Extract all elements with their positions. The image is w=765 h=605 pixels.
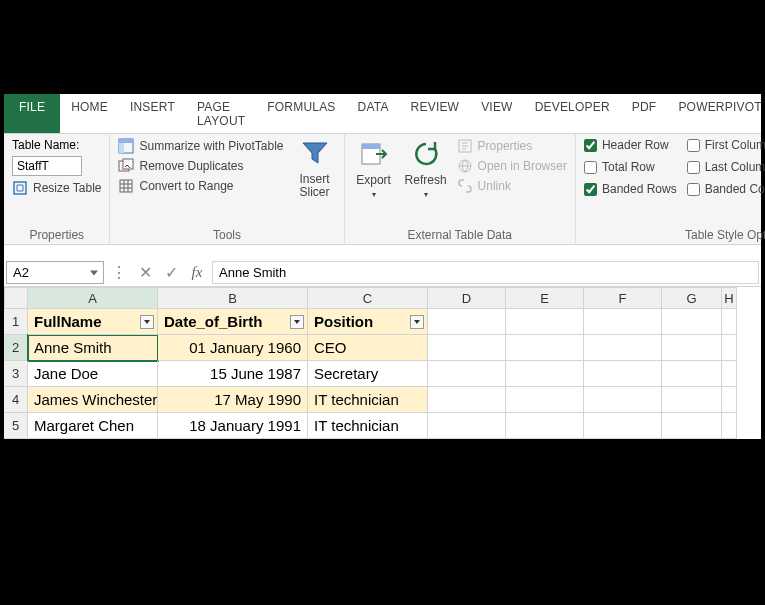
cell-g1[interactable] — [662, 309, 722, 335]
filter-dropdown-icon[interactable] — [290, 315, 304, 329]
cell-e5[interactable] — [506, 413, 584, 439]
resize-table-button[interactable]: Resize Table — [12, 180, 101, 196]
table-name-input[interactable] — [12, 156, 82, 176]
cell-d3[interactable] — [428, 361, 506, 387]
col-header-h[interactable]: H — [722, 287, 737, 309]
tab-home[interactable]: HOME — [60, 94, 119, 133]
name-box[interactable] — [6, 261, 104, 284]
cell-h1[interactable] — [722, 309, 737, 335]
header-row-check[interactable]: Header Row — [584, 138, 677, 152]
tab-powerpivot[interactable]: POWERPIVOT — [667, 94, 765, 133]
tab-insert[interactable]: INSERT — [119, 94, 186, 133]
tab-pdf[interactable]: PDF — [621, 94, 668, 133]
cell-f5[interactable] — [584, 413, 662, 439]
tab-developer[interactable]: DEVELOPER — [524, 94, 621, 133]
cell-e1[interactable] — [506, 309, 584, 335]
col-header-c[interactable]: C — [308, 287, 428, 309]
group-external: Export ▾ Refresh ▾ Properties Open in Br — [345, 134, 576, 244]
cell-a4[interactable]: James Winchester — [28, 387, 158, 413]
slicer-icon — [299, 138, 331, 170]
dedup-icon — [118, 158, 134, 174]
chevron-down-icon: ▾ — [424, 190, 428, 199]
tab-view[interactable]: VIEW — [470, 94, 523, 133]
select-all-corner[interactable] — [4, 287, 28, 309]
insert-function-button[interactable]: fx — [186, 262, 208, 284]
cell-b2[interactable]: 01 January 1960 — [158, 335, 308, 361]
col-header-g[interactable]: G — [662, 287, 722, 309]
filter-dropdown-icon[interactable] — [410, 315, 424, 329]
insert-slicer-button[interactable]: Insert Slicer — [294, 138, 336, 199]
row-header-5[interactable]: 5 — [4, 413, 28, 439]
cell-c3[interactable]: Secretary — [308, 361, 428, 387]
cell-d1[interactable] — [428, 309, 506, 335]
total-row-check[interactable]: Total Row — [584, 160, 677, 174]
export-button[interactable]: Export ▾ — [353, 138, 395, 199]
cell-c4[interactable]: IT technician — [308, 387, 428, 413]
tab-formulas[interactable]: FORMULAS — [256, 94, 346, 133]
cell-h4[interactable] — [722, 387, 737, 413]
cell-b5[interactable]: 18 January 1991 — [158, 413, 308, 439]
cell-b3[interactable]: 15 June 1987 — [158, 361, 308, 387]
cell-g3[interactable] — [662, 361, 722, 387]
formula-options-button[interactable]: ⋮ — [108, 262, 130, 284]
cell-e4[interactable] — [506, 387, 584, 413]
banded-columns-check[interactable]: Banded Columns — [687, 182, 765, 196]
row-header-2[interactable]: 2 — [4, 335, 28, 361]
col-header-e[interactable]: E — [506, 287, 584, 309]
convert-range-button[interactable]: Convert to Range — [118, 178, 283, 194]
refresh-button[interactable]: Refresh ▾ — [405, 138, 447, 199]
cell-e3[interactable] — [506, 361, 584, 387]
cell-c5[interactable]: IT technician — [308, 413, 428, 439]
cell-f2[interactable] — [584, 335, 662, 361]
first-column-check[interactable]: First Column — [687, 138, 765, 152]
col-header-a[interactable]: A — [28, 287, 158, 309]
last-column-check[interactable]: Last Column — [687, 160, 765, 174]
cell-e2[interactable] — [506, 335, 584, 361]
cell-d5[interactable] — [428, 413, 506, 439]
cell-g2[interactable] — [662, 335, 722, 361]
cell-d2[interactable] — [428, 335, 506, 361]
tab-file[interactable]: FILE — [4, 94, 60, 133]
filter-dropdown-icon[interactable] — [140, 315, 154, 329]
confirm-edit-button[interactable]: ✓ — [160, 262, 182, 284]
cell-f4[interactable] — [584, 387, 662, 413]
remove-duplicates-button[interactable]: Remove Duplicates — [118, 158, 283, 174]
tab-review[interactable]: REVIEW — [400, 94, 471, 133]
col-header-d[interactable]: D — [428, 287, 506, 309]
chevron-down-icon: ▾ — [372, 190, 376, 199]
cell-a1[interactable]: FullName — [28, 309, 158, 335]
cell-h2[interactable] — [722, 335, 737, 361]
col-header-b[interactable]: B — [158, 287, 308, 309]
table-row: 3 Jane Doe 15 June 1987 Secretary — [4, 361, 761, 387]
tab-data[interactable]: DATA — [347, 94, 400, 133]
cell-a3[interactable]: Jane Doe — [28, 361, 158, 387]
summarize-pivot-button[interactable]: Summarize with PivotTable — [118, 138, 283, 154]
row-header-4[interactable]: 4 — [4, 387, 28, 413]
banded-rows-check[interactable]: Banded Rows — [584, 182, 677, 196]
cell-d4[interactable] — [428, 387, 506, 413]
excel-window: FILE HOME INSERT PAGE LAYOUT FORMULAS DA… — [4, 94, 761, 439]
cell-f1[interactable] — [584, 309, 662, 335]
row-header-1[interactable]: 1 — [4, 309, 28, 335]
cell-b1[interactable]: Date_of_Birth — [158, 309, 308, 335]
name-box-input[interactable] — [6, 261, 104, 284]
table-name-label: Table Name: — [12, 138, 101, 152]
tab-page-layout[interactable]: PAGE LAYOUT — [186, 94, 256, 133]
group-properties: Table Name: Resize Table Properties — [4, 134, 110, 244]
cell-g4[interactable] — [662, 387, 722, 413]
cell-b4[interactable]: 17 May 1990 — [158, 387, 308, 413]
cell-f3[interactable] — [584, 361, 662, 387]
cell-g5[interactable] — [662, 413, 722, 439]
cancel-edit-button[interactable]: ✕ — [134, 262, 156, 284]
cell-a2[interactable]: Anne Smith — [28, 335, 158, 361]
cell-a5[interactable]: Margaret Chen — [28, 413, 158, 439]
open-browser-button: Open in Browser — [457, 158, 567, 174]
cell-c1[interactable]: Position — [308, 309, 428, 335]
row-header-3[interactable]: 3 — [4, 361, 28, 387]
formula-input[interactable] — [212, 261, 759, 284]
cell-c2[interactable]: CEO — [308, 335, 428, 361]
group-tools: Summarize with PivotTable Remove Duplica… — [110, 134, 344, 244]
cell-h5[interactable] — [722, 413, 737, 439]
col-header-f[interactable]: F — [584, 287, 662, 309]
cell-h3[interactable] — [722, 361, 737, 387]
